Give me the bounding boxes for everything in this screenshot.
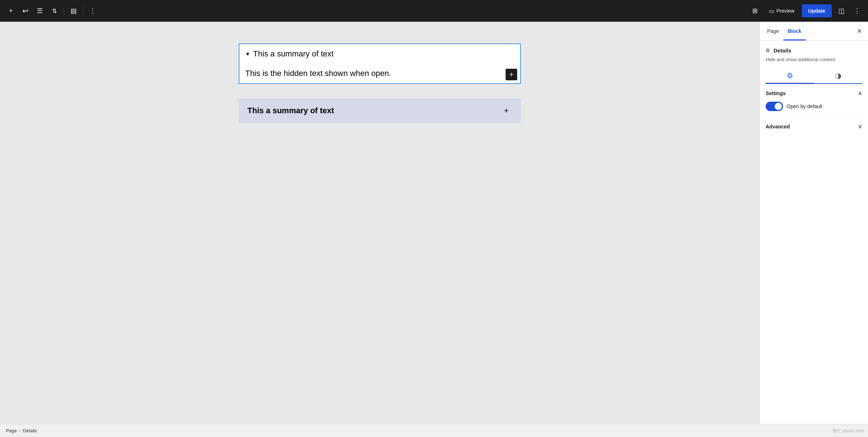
more-options-button[interactable]: ⋮ [86, 4, 99, 17]
block-title: Details [774, 47, 791, 54]
undo-icon: ↩ [22, 7, 29, 15]
sidebar-tabs: Page Block ✕ [760, 22, 868, 41]
advanced-chevron-icon: ∨ [858, 123, 862, 130]
settings-header: Settings ∧ [766, 90, 862, 97]
sidebar-icon: ◫ [838, 7, 844, 15]
settings-chevron-icon: ∧ [858, 90, 862, 97]
tab-block[interactable]: Block [783, 22, 806, 41]
canvas: ▼ This a summary of text This is the hid… [0, 22, 760, 424]
breadcrumb-separator: › [19, 428, 20, 433]
add-content-button[interactable]: + [506, 69, 517, 80]
contrast-icon: ◑ [835, 71, 841, 80]
settings-section: Settings ∧ Open by default [766, 84, 862, 117]
advanced-section: Advanced ∨ [766, 117, 862, 136]
preview-monitor-icon: ▭ [769, 8, 774, 14]
closed-block-summary-text: This a summary of text [247, 106, 334, 115]
list-view-button[interactable]: ☰ [33, 4, 46, 17]
icon-tab-row: ⚙ ◑ [766, 68, 862, 84]
toggle-knob [775, 103, 782, 110]
align-icon: ▤ [71, 7, 77, 15]
style-tab-button[interactable]: ◑ [814, 68, 863, 84]
status-bar: Page › Details [0, 424, 868, 437]
open-block-summary-row: ▼ This a summary of text [239, 44, 520, 64]
watermark: 智汇 zhuon.com [833, 428, 864, 434]
more-right-icon: ⋮ [854, 7, 860, 15]
tab-page[interactable]: Page [763, 22, 783, 41]
breadcrumb-current: Details [23, 428, 37, 433]
close-icon: ✕ [857, 27, 862, 35]
sidebar-close-button[interactable]: ✕ [854, 25, 865, 37]
toolbar-right: ⊞ ▭ Preview Update ◫ ⋮ [749, 4, 864, 17]
update-button[interactable]: Update [802, 4, 832, 17]
plus-icon: + [509, 71, 514, 79]
list-icon: ☰ [37, 7, 43, 15]
block-details-icon: ≡ [766, 46, 770, 55]
tab-page-label: Page [767, 28, 779, 34]
hidden-text-content: This is the hidden text shown when open. [245, 69, 391, 78]
block-description: Hide and show additional content. [766, 57, 862, 62]
more-icon: ⋮ [89, 7, 96, 15]
closed-block-add-button[interactable]: + [501, 105, 512, 116]
details-block-closed[interactable]: This a summary of text + [239, 98, 521, 123]
main-area: ▼ This a summary of text This is the hid… [0, 22, 868, 424]
triangle-icon: ▼ [245, 51, 250, 57]
toolbar-divider-2 [83, 7, 83, 15]
more-right-button[interactable]: ⋮ [851, 4, 864, 17]
preview-label: Preview [776, 8, 795, 14]
block-header: ≡ Details [766, 46, 862, 55]
external-link-icon: ⊞ [752, 7, 758, 15]
undo-button[interactable]: ↩ [19, 4, 32, 17]
open-block-hidden-text[interactable]: This is the hidden text shown when open.… [239, 64, 520, 83]
add-block-button[interactable]: + [4, 4, 17, 17]
external-link-button[interactable]: ⊞ [749, 4, 762, 17]
open-block-summary-text: This a summary of text [253, 49, 334, 59]
updown-button[interactable]: ⇅ [48, 4, 61, 17]
sidebar: Page Block ✕ ≡ Details Hide and show add… [760, 22, 868, 424]
breadcrumb-page[interactable]: Page [6, 428, 17, 433]
update-label: Update [808, 8, 825, 14]
toolbar-divider [64, 7, 64, 15]
gear-icon: ⚙ [787, 71, 793, 80]
updown-icon: ⇅ [52, 8, 57, 14]
add-icon: + [9, 7, 13, 15]
advanced-header[interactable]: Advanced ∨ [766, 123, 862, 130]
sidebar-content: ≡ Details Hide and show additional conte… [760, 41, 868, 141]
toggle-row: Open by default [766, 102, 862, 111]
settings-title: Settings [766, 90, 786, 96]
sidebar-toggle-button[interactable]: ◫ [835, 4, 848, 17]
toolbar: + ↩ ☰ ⇅ ▤ ⋮ ⊞ ▭ Preview Update ◫ ⋮ [0, 0, 868, 22]
advanced-title: Advanced [766, 124, 790, 130]
closed-plus-icon: + [504, 106, 509, 115]
settings-tab-button[interactable]: ⚙ [766, 68, 814, 84]
open-by-default-label: Open by default [787, 103, 822, 109]
tab-block-label: Block [788, 28, 801, 34]
details-block-open[interactable]: ▼ This a summary of text This is the hid… [239, 43, 521, 84]
align-button[interactable]: ▤ [67, 4, 80, 17]
preview-button[interactable]: ▭ Preview [765, 4, 799, 17]
open-by-default-toggle[interactable] [766, 102, 783, 111]
